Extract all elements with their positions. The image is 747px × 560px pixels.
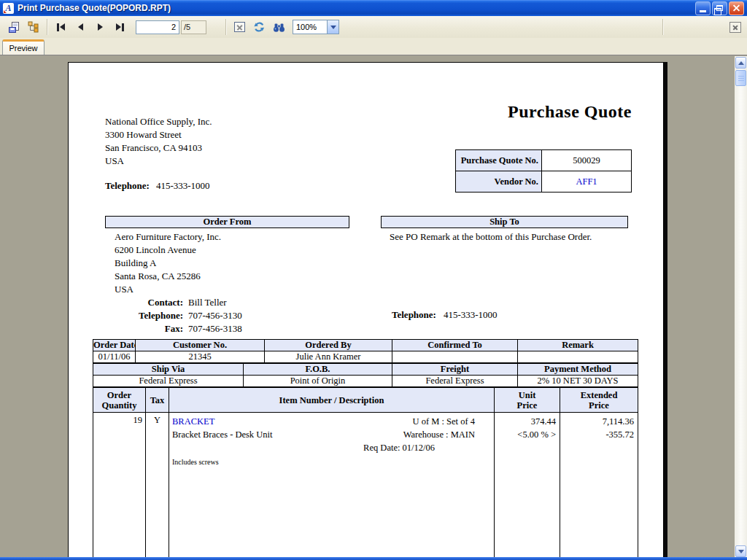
stop-loading-button[interactable] — [230, 18, 249, 36]
item-tax-flag: Y — [146, 413, 169, 560]
item-uofm: U of M : Set of 4 — [413, 415, 494, 428]
minimize-icon — [700, 10, 706, 12]
scrollbar-thumb[interactable] — [735, 70, 746, 86]
item-description: Bracket Braces - Desk Unit — [172, 428, 272, 441]
restore-icon — [716, 5, 723, 11]
restore-button[interactable] — [712, 1, 727, 15]
company-telephone: Telephone:415-333-1000 — [105, 180, 210, 192]
item-row: 19 Y BRACKET U of M : Set of 4 Bracket B… — [93, 413, 638, 560]
next-page-button[interactable] — [90, 18, 110, 36]
order-date: 01/11/06 — [93, 351, 136, 363]
report-page: National Office Supply, Inc. 3300 Howard… — [68, 62, 664, 560]
first-page-button[interactable] — [51, 18, 71, 36]
window-controls — [695, 1, 744, 15]
freight: Federal Express — [392, 376, 518, 387]
refresh-icon — [253, 21, 266, 33]
scroll-down-button[interactable] — [735, 545, 746, 557]
window-titlebar: A Print Purchase Quote(POPORD.RPT) — [0, 0, 747, 16]
ordered-by: Julie Ann Kramer — [265, 351, 392, 363]
discount-amount: -355.72 — [560, 428, 634, 441]
table-row: Vendor No. AFF1 — [456, 171, 632, 192]
toolbar-separator — [225, 19, 227, 35]
refresh-button[interactable] — [249, 18, 269, 36]
nav-last-icon — [116, 23, 121, 31]
tab-preview[interactable]: Preview — [2, 39, 44, 55]
preview-pane: National Office Supply, Inc. 3300 Howard… — [0, 55, 747, 560]
item-extended-price-cell: 7,114.36 -355.72 — [560, 413, 638, 560]
export-report-button[interactable] — [4, 18, 24, 36]
page-total-label: /5 — [181, 20, 206, 34]
company-name: National Office Supply, Inc. — [105, 115, 212, 128]
company-address-block: National Office Supply, Inc. 3300 Howard… — [105, 115, 212, 168]
close-preview-button[interactable] — [729, 22, 741, 33]
purchase-quote-number: 500029 — [542, 150, 632, 171]
zoom-value: 100% — [293, 23, 327, 31]
fob: Point of Origin — [244, 376, 392, 387]
toolbar-separator — [47, 19, 48, 35]
item-unit-price-cell: 374.44 <5.00 % > — [495, 413, 560, 560]
customer-number: 21345 — [136, 351, 265, 363]
report-title: Purchase Quote — [508, 102, 632, 122]
shipping-info-table: Ship Via F.O.B. Freight Payment Method F… — [93, 363, 638, 387]
minimize-button[interactable] — [695, 1, 711, 15]
vendor-number: AFF1 — [542, 171, 632, 192]
nav-first-icon — [57, 23, 59, 31]
page-number-input[interactable] — [136, 20, 179, 34]
previous-page-button[interactable] — [71, 18, 90, 36]
table-row: Purchase Quote No. 500029 — [456, 150, 632, 171]
search-icon — [273, 22, 285, 33]
discount-percent: <5.00 % > — [495, 428, 556, 441]
payment-method: 2% 10 NET 30 DAYS — [518, 376, 638, 387]
table-row: 01/11/06 21345 Julie Ann Kramer — [93, 351, 638, 363]
quote-info-table: Purchase Quote No. 500029 Vendor No. AFF… — [455, 149, 632, 192]
order-info-table: Order Date Customer No. Ordered By Confi… — [93, 339, 638, 363]
group-tree-button[interactable] — [24, 18, 44, 36]
zoom-dropdown[interactable]: 100% — [293, 20, 339, 34]
contact-phone: 707-456-3130 — [188, 310, 242, 321]
last-page-button[interactable] — [110, 18, 130, 36]
item-quantity: 19 — [93, 413, 146, 560]
window-title: Print Purchase Quote(POPORD.RPT) — [18, 3, 695, 13]
nav-next-icon — [98, 23, 103, 31]
app-icon: A — [3, 3, 14, 14]
item-number: BRACKET — [172, 415, 214, 428]
export-report-icon — [8, 21, 21, 34]
chevron-down-icon — [330, 26, 336, 29]
table-row: Order Date Customer No. Ordered By Confi… — [93, 340, 638, 351]
vertical-scrollbar[interactable] — [735, 56, 747, 560]
scroll-up-button[interactable] — [735, 57, 746, 69]
order-from-header: Order From — [105, 216, 349, 228]
ship-via: Federal Express — [93, 376, 244, 387]
toolbar: /5 100% — [0, 16, 747, 38]
remark — [518, 351, 638, 363]
page-shadow — [664, 62, 667, 560]
ship-to-telephone: Telephone:415-333-1000 — [392, 309, 498, 321]
ship-to-header: Ship To — [381, 216, 628, 228]
items-table: OrderQuantity Tax Item Number / Descript… — [93, 387, 638, 560]
arrow-down-icon — [738, 550, 744, 553]
extended-price: 7,114.36 — [560, 415, 634, 428]
close-button[interactable] — [729, 1, 744, 15]
table-row: Federal Express Point of Origin Federal … — [93, 376, 638, 387]
ship-to-note: See PO Remark at the bottom of this Purc… — [390, 231, 592, 243]
stop-icon — [234, 22, 245, 32]
zoom-dropdown-button[interactable] — [327, 20, 338, 34]
arrow-up-icon — [738, 61, 744, 65]
search-button[interactable] — [269, 18, 289, 36]
confirmed-to — [392, 351, 518, 363]
nav-prev-icon — [78, 23, 83, 31]
window-bottom-border — [0, 557, 747, 560]
order-from-address: Aero Furniture Factory, Inc. 6200 Lincol… — [115, 230, 221, 296]
order-from-contacts: Contact:Bill Teller Telephone:707-456-31… — [101, 296, 242, 335]
table-row: Ship Via F.O.B. Freight Payment Method — [93, 364, 638, 376]
table-row: OrderQuantity Tax Item Number / Descript… — [93, 388, 638, 413]
unit-price: 374.44 — [495, 415, 556, 428]
item-warehouse: Warehouse : MAIN — [403, 428, 494, 441]
close-icon — [732, 4, 741, 13]
contact-name: Bill Teller — [188, 297, 227, 308]
item-req-date: Req Date: 01/12/06 — [172, 441, 494, 454]
item-description-cell: BRACKET U of M : Set of 4 Bracket Braces… — [169, 413, 495, 560]
item-comment: Includes screws — [172, 457, 494, 467]
toolbar-separator — [662, 19, 664, 35]
contact-fax: 707-456-3138 — [188, 323, 242, 334]
